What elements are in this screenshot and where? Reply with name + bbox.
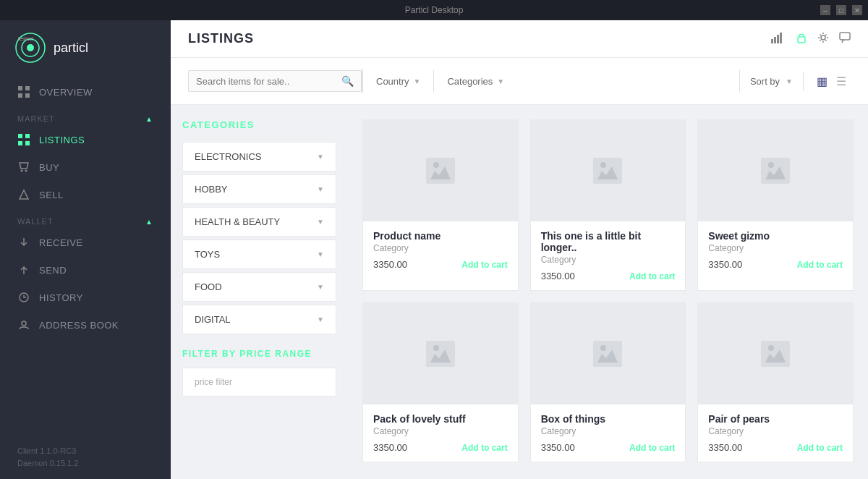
category-health-beauty[interactable]: HEALTH & BEAUTY ▼ — [182, 207, 336, 237]
svg-rect-5 — [25, 86, 30, 90]
product-category-3: Category — [373, 426, 508, 436]
product-footer-4: 3350.00 Add to cart — [541, 442, 676, 453]
product-card-1[interactable]: This one is a little bit longer.. Catego… — [530, 119, 686, 291]
svg-rect-4 — [18, 86, 22, 90]
product-card-0[interactable]: Product name Category 3350.00 Add to car… — [362, 119, 519, 291]
categories-dropdown[interactable]: Categories ▼ — [433, 70, 517, 93]
logo-icon: testnet — [14, 32, 46, 64]
sort-dropdown[interactable]: Sort by ▼ — [739, 70, 803, 93]
svg-text:testnet: testnet — [18, 36, 33, 41]
sidebar-item-sell[interactable]: SELL — [0, 181, 171, 208]
category-food[interactable]: FOOD ▼ — [182, 272, 336, 302]
product-price-4: 3350.00 — [541, 442, 575, 453]
svg-rect-6 — [18, 93, 22, 98]
address-book-icon — [17, 318, 30, 331]
list-view-button[interactable]: ☰ — [832, 72, 851, 91]
app-body: testnet particl OVERVIEW MARKET ▲ LISTIN… — [0, 20, 868, 479]
hobby-chevron: ▼ — [317, 185, 324, 193]
grid-view-button[interactable]: ▦ — [812, 72, 832, 91]
close-button[interactable]: ✕ — [852, 5, 862, 15]
sidebar-footer: Client 1.1.0-RC3 Daemon 0.15.1.2 — [0, 436, 171, 479]
search-input[interactable] — [196, 76, 336, 87]
top-bar-icons — [771, 32, 851, 46]
price-filter-box[interactable]: price filter — [182, 368, 336, 397]
view-toggle: ▦ ☰ — [803, 72, 851, 91]
sidebar-item-overview[interactable]: OVERVIEW — [0, 78, 171, 106]
svg-rect-25 — [593, 158, 622, 184]
svg-rect-11 — [25, 141, 30, 145]
product-name-4: Box of things — [541, 413, 676, 425]
sidebar-item-listings[interactable]: LISTINGS — [0, 126, 171, 153]
svg-point-2 — [27, 44, 34, 51]
sidebar-item-send[interactable]: SEND — [0, 256, 171, 284]
toys-chevron: ▼ — [317, 250, 324, 258]
product-image-5 — [698, 303, 853, 404]
svg-rect-18 — [777, 35, 779, 43]
product-category-0: Category — [373, 243, 508, 253]
svg-rect-16 — [771, 39, 773, 43]
product-info-2: Sweet gizmo Category 3350.00 Add to cart — [698, 221, 853, 279]
market-chevron: ▲ — [145, 115, 153, 123]
client-version: Client 1.1.0-RC3 — [17, 445, 153, 458]
svg-point-28 — [768, 162, 774, 168]
logo-area: testnet particl — [0, 32, 171, 78]
country-dropdown[interactable]: Country ▼ — [362, 70, 433, 93]
svg-point-32 — [600, 345, 606, 351]
category-hobby[interactable]: HOBBY ▼ — [182, 174, 336, 204]
product-card-2[interactable]: Sweet gizmo Category 3350.00 Add to cart — [697, 119, 854, 291]
product-name-0: Product name — [373, 230, 508, 242]
product-image-1 — [531, 120, 686, 221]
settings-icon[interactable] — [817, 32, 829, 46]
product-price-5: 3350.00 — [708, 442, 742, 453]
wallet-section-label: WALLET ▲ — [0, 208, 171, 229]
title-bar: Particl Desktop – □ ✕ — [0, 0, 868, 20]
search-box[interactable]: 🔍 — [188, 70, 362, 92]
add-to-cart-button-4[interactable]: Add to cart — [629, 443, 675, 453]
electronics-chevron: ▼ — [317, 153, 324, 161]
product-grid: Product name Category 3350.00 Add to car… — [348, 105, 868, 479]
product-info-5: Pair of pears Category 3350.00 Add to ca… — [698, 404, 853, 462]
product-category-5: Category — [708, 426, 843, 436]
product-image-0 — [363, 120, 518, 221]
lock-icon[interactable] — [796, 32, 807, 46]
minimize-button[interactable]: – — [820, 5, 830, 15]
product-footer-0: 3350.00 Add to cart — [373, 259, 508, 270]
product-card-5[interactable]: Pair of pears Category 3350.00 Add to ca… — [697, 302, 854, 462]
sidebar-item-address-book[interactable]: ADDRESS BOOK — [0, 311, 171, 339]
categories-chevron: ▼ — [497, 77, 504, 85]
svg-rect-20 — [798, 37, 805, 43]
send-label: SEND — [39, 265, 67, 276]
top-bar: LISTINGS — [171, 20, 868, 58]
history-label: HISTORY — [39, 292, 83, 303]
add-to-cart-button-1[interactable]: Add to cart — [629, 271, 675, 281]
product-price-0: 3350.00 — [373, 259, 407, 270]
add-to-cart-button-5[interactable]: Add to cart — [797, 443, 843, 453]
svg-point-12 — [21, 170, 23, 172]
product-footer-1: 3350.00 Add to cart — [541, 271, 676, 281]
product-card-3[interactable]: Pack of lovely stuff Category 3350.00 Ad… — [362, 302, 519, 462]
food-chevron: ▼ — [317, 283, 324, 291]
add-to-cart-button-2[interactable]: Add to cart — [797, 260, 843, 270]
svg-rect-22 — [840, 33, 850, 40]
filter-bar: 🔍 Country ▼ Categories ▼ Sort by ▼ ▦ ☰ — [171, 58, 868, 105]
maximize-button[interactable]: □ — [836, 5, 846, 15]
listings-label: LISTINGS — [39, 135, 85, 145]
add-to-cart-button-0[interactable]: Add to cart — [461, 260, 507, 270]
product-card-4[interactable]: Box of things Category 3350.00 Add to ca… — [530, 302, 686, 462]
category-digital[interactable]: DIGITAL ▼ — [182, 305, 336, 334]
address-book-label: ADDRESS BOOK — [39, 320, 119, 331]
category-electronics[interactable]: ELECTRONICS ▼ — [182, 142, 336, 171]
product-name-5: Pair of pears — [708, 413, 843, 425]
chat-icon[interactable] — [839, 32, 851, 46]
category-toys[interactable]: TOYS ▼ — [182, 240, 336, 269]
sidebar-item-receive[interactable]: RECEIVE — [0, 229, 171, 256]
health-beauty-chevron: ▼ — [317, 218, 324, 226]
product-footer-2: 3350.00 Add to cart — [708, 259, 843, 270]
sidebar-item-history[interactable]: HISTORY — [0, 284, 171, 311]
add-to-cart-button-3[interactable]: Add to cart — [461, 443, 507, 453]
signal-icon[interactable] — [771, 32, 786, 46]
country-chevron: ▼ — [414, 77, 421, 85]
sidebar-item-buy[interactable]: BUY — [0, 153, 171, 181]
svg-rect-29 — [426, 341, 455, 367]
product-name-2: Sweet gizmo — [708, 230, 843, 242]
